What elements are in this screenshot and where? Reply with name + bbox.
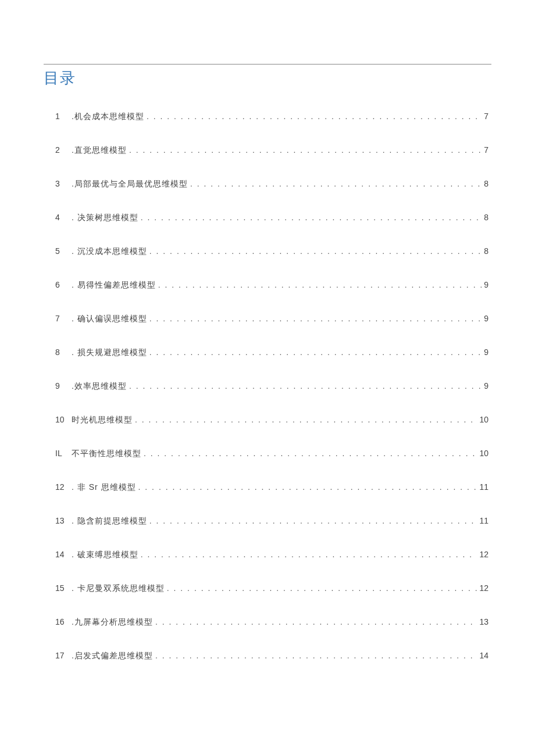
toc-entry: 17 .启发式偏差思维模型14 (55, 651, 488, 661)
toc-entry-number: 7 (55, 314, 72, 323)
toc-list: 1.机会成本思维模型72.直觉思维模型73.局部最优与全局最优思维模型84. 决… (44, 112, 491, 661)
toc-entry-label: 不平衡性思维模型 (72, 449, 141, 459)
toc-entry-label: .局部最优与全局最优思维模型 (72, 179, 188, 189)
toc-entry: IL不平衡性思维模型10 (55, 449, 488, 459)
document-page: 目录 1.机会成本思维模型72.直觉思维模型73.局部最优与全局最优思维模型84… (0, 0, 535, 661)
toc-entry-page: 13 (477, 617, 488, 626)
toc-entry-leader (156, 280, 482, 289)
toc-entry-leader (138, 550, 477, 559)
toc-entry: 1.机会成本思维模型7 (55, 112, 488, 122)
toc-entry-page: 10 (477, 449, 488, 458)
toc-entry-number: 5 (55, 246, 72, 256)
header-rule (44, 64, 491, 65)
toc-entry-number: 10 (55, 415, 72, 424)
toc-entry-label: 时光机思维模型 (72, 415, 133, 425)
toc-entry-number: IL (55, 449, 72, 458)
toc-title: 目录 (44, 68, 491, 88)
toc-entry-label: . 破束缚思维模型 (72, 550, 138, 560)
toc-entry-number: 8 (55, 347, 72, 357)
toc-entry-leader (153, 617, 477, 626)
toc-entry-number: 13 (55, 516, 72, 525)
toc-entry-label: . 隐含前提思维模型 (72, 516, 147, 526)
toc-entry-number: 9 (55, 381, 72, 390)
toc-entry: 4. 决策树思维模型8 (55, 213, 488, 223)
toc-entry-label: .效率思维模型 (72, 381, 127, 392)
toc-entry-label: .启发式偏差思维模型 (72, 651, 153, 661)
toc-entry-label: .九屏幕分析思维模型 (72, 617, 153, 628)
toc-entry-leader (147, 314, 482, 323)
toc-entry: 15 . 卡尼曼双系统思维模型12 (55, 583, 488, 594)
toc-entry: 3.局部最优与全局最优思维模型8 (55, 179, 488, 189)
toc-entry-leader (147, 347, 482, 357)
toc-entry-number: 3 (55, 179, 72, 188)
toc-entry-label: .直觉思维模型 (72, 145, 127, 156)
toc-entry-number: 6 (55, 280, 72, 289)
toc-entry-page: 12 (477, 550, 488, 559)
toc-entry: 5. 沉没成本思维模型8 (55, 246, 488, 257)
toc-entry: 2.直觉思维模型7 (55, 145, 488, 156)
toc-entry-page: 14 (477, 651, 488, 660)
toc-entry-label: . 非 Sr 思维模型 (72, 482, 136, 493)
toc-entry-page: 9 (482, 314, 488, 323)
toc-entry-page: 9 (482, 347, 488, 357)
toc-entry-page: 8 (482, 213, 488, 222)
toc-entry-leader (127, 381, 482, 390)
toc-entry-leader (147, 246, 482, 256)
toc-entry-leader (144, 112, 482, 121)
toc-entry-label: . 易得性偏差思维模型 (72, 280, 156, 291)
toc-entry: 6. 易得性偏差思维模型9 (55, 280, 488, 291)
toc-entry-page: 8 (482, 246, 488, 256)
toc-entry-leader (165, 583, 477, 593)
toc-entry-page: 7 (482, 112, 488, 121)
toc-entry-number: 1 (55, 112, 72, 121)
toc-entry-page: 11 (477, 482, 488, 492)
toc-entry-number: 2 (55, 145, 72, 155)
toc-entry-leader (188, 179, 482, 188)
toc-entry-page: 10 (477, 415, 488, 424)
toc-entry-label: . 损失规避思维模型 (72, 347, 147, 358)
toc-entry: 8. 损失规避思维模型9 (55, 347, 488, 358)
toc-entry-number: 14 (55, 550, 72, 559)
toc-entry-page: 9 (482, 381, 488, 390)
toc-entry-number: 16 (55, 617, 72, 626)
toc-entry: 7. 确认偏误思维模型9 (55, 314, 488, 324)
toc-entry-page: 7 (482, 145, 488, 155)
toc-entry-label: . 沉没成本思维模型 (72, 246, 147, 257)
toc-entry-label: . 决策树思维模型 (72, 213, 138, 223)
toc-entry-page: 9 (482, 280, 488, 289)
toc-entry-leader (153, 651, 477, 660)
toc-entry-leader (147, 516, 477, 525)
toc-entry-leader (138, 213, 482, 222)
toc-entry: 13 . 隐含前提思维模型11 (55, 516, 488, 526)
toc-entry-label: .机会成本思维模型 (72, 112, 144, 122)
toc-entry-leader (136, 482, 477, 492)
toc-entry-page: 12 (477, 583, 488, 593)
toc-entry-page: 11 (477, 516, 488, 525)
toc-entry-label: . 卡尼曼双系统思维模型 (72, 583, 165, 594)
toc-entry-number: 17 (55, 651, 72, 660)
toc-entry: 9.效率思维模型9 (55, 381, 488, 392)
toc-entry-label: . 确认偏误思维模型 (72, 314, 147, 324)
toc-entry: 10时光机思维模型10 (55, 415, 488, 425)
toc-entry-number: 15 (55, 583, 72, 593)
toc-entry-leader (133, 415, 477, 424)
toc-entry-leader (127, 145, 482, 155)
toc-entry: 16 .九屏幕分析思维模型13 (55, 617, 488, 628)
toc-entry-page: 8 (482, 179, 488, 188)
toc-entry: 14 . 破束缚思维模型12 (55, 550, 488, 560)
toc-entry-number: 12 (55, 482, 72, 492)
toc-entry-number: 4 (55, 213, 72, 222)
toc-entry-leader (141, 449, 477, 458)
toc-entry: 12 . 非 Sr 思维模型11 (55, 482, 488, 493)
